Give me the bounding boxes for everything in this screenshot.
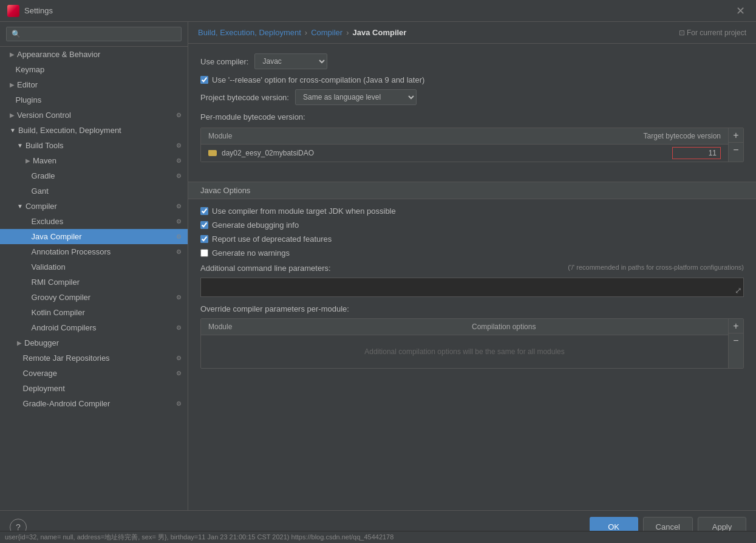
- javac-option-2: Report use of deprecated features: [200, 234, 744, 244]
- search-box: [0, 22, 188, 47]
- use-compiler-select[interactable]: Javac Eclipse Ajc: [254, 53, 327, 69]
- arrow-icon: [26, 294, 29, 301]
- sidebar-item-deployment[interactable]: Deployment: [0, 381, 188, 396]
- javac-checkbox-2[interactable]: [200, 235, 208, 243]
- sidebar-item-build-tools[interactable]: ▼ Build Tools ⚙: [0, 138, 188, 153]
- cmd-expand-button[interactable]: ⤢: [735, 285, 742, 295]
- sidebar-item-keymap[interactable]: Keymap: [0, 62, 188, 77]
- sidebar-item-build-execution[interactable]: ▼ Build, Execution, Deployment: [0, 123, 188, 138]
- javac-options-section: Use compiler from module target JDK when…: [188, 199, 756, 304]
- arrow-icon: ▶: [10, 51, 15, 58]
- sidebar-item-coverage[interactable]: Coverage ⚙: [0, 366, 188, 381]
- sidebar-item-label: RMI Compiler: [32, 278, 80, 287]
- target-version-input[interactable]: [672, 147, 721, 159]
- remove-override-button[interactable]: −: [729, 333, 743, 348]
- arrow-icon: [26, 324, 29, 331]
- cmd-input-area[interactable]: ⤢: [200, 278, 744, 297]
- arrow-icon: ▼: [10, 127, 16, 134]
- add-override-button[interactable]: +: [729, 319, 743, 333]
- sidebar-item-label: Annotation Processors: [32, 247, 111, 256]
- search-input[interactable]: [6, 27, 182, 41]
- javac-checkbox-0[interactable]: [200, 207, 208, 215]
- sidebar-item-label: Gant: [32, 186, 49, 196]
- arrow-icon: [10, 97, 13, 103]
- sidebar-item-gradle-android[interactable]: Gradle-Android Compiler ⚙: [0, 396, 188, 411]
- release-option-checkbox[interactable]: [200, 76, 208, 84]
- remove-module-button[interactable]: −: [729, 143, 743, 157]
- javac-option-1: Generate debugging info: [200, 220, 744, 230]
- add-module-button[interactable]: +: [729, 128, 743, 143]
- sidebar-item-gant[interactable]: Gant: [0, 183, 188, 199]
- sidebar-item-rmi-compiler[interactable]: RMI Compiler: [0, 275, 188, 290]
- sidebar-item-validation[interactable]: Validation: [0, 259, 188, 275]
- sidebar-item-label: Remote Jar Repositories: [23, 353, 110, 363]
- settings-icon: ⚙: [176, 112, 182, 118]
- sidebar-item-label: Java Compiler: [32, 232, 82, 241]
- sidebar-item-label: Plugins: [16, 95, 42, 104]
- arrow-icon: ▶: [17, 340, 22, 346]
- javac-checkbox-1[interactable]: [200, 221, 208, 229]
- sidebar-item-kotlin-compiler[interactable]: Kotlin Compiler: [0, 305, 188, 320]
- table-header: Module Target bytecode version: [201, 128, 728, 145]
- sidebar-item-label: Gradle: [32, 171, 55, 180]
- settings-icon: ⚙: [176, 400, 182, 407]
- module-cell: day02_eesy_02mybatsiDAO: [208, 149, 550, 157]
- breadcrumb-part-2: Compiler: [311, 28, 342, 37]
- sidebar-item-appearance[interactable]: ▶ Appearance & Behavior: [0, 47, 188, 62]
- sidebar-item-maven[interactable]: ▶ Maven ⚙: [0, 153, 188, 168]
- arrow-icon: ▶: [10, 81, 15, 88]
- sidebar-item-label: Compiler: [26, 202, 57, 211]
- override-module-col: Module: [201, 319, 465, 335]
- per-module-table: Module Target bytecode version day02_ees…: [200, 128, 744, 162]
- settings-icon: ⚙: [176, 203, 182, 210]
- sidebar-item-gradle[interactable]: Gradle ⚙: [0, 168, 188, 183]
- target-bytecode-col-header: Target bytecode version: [548, 128, 728, 144]
- sidebar-item-groovy-compiler[interactable]: Groovy Compiler ⚙: [0, 290, 188, 305]
- sidebar-item-label: Excludes: [32, 217, 64, 226]
- sidebar-item-plugins[interactable]: Plugins: [0, 92, 188, 108]
- arrow-icon: [17, 370, 21, 377]
- sidebar-item-label: Validation: [32, 262, 66, 272]
- settings-icon: ⚙: [176, 172, 182, 179]
- version-cell: [550, 147, 721, 159]
- sidebar-item-editor[interactable]: ▶ Editor: [0, 77, 188, 92]
- sidebar-item-label: Build Tools: [26, 141, 64, 150]
- arrow-icon: [10, 66, 13, 73]
- settings-icon: ⚙: [176, 157, 182, 164]
- arrow-icon: ▼: [17, 142, 23, 149]
- sidebar-item-excludes[interactable]: Excludes ⚙: [0, 214, 188, 229]
- sidebar-item-remote-jar[interactable]: Remote Jar Repositories ⚙: [0, 350, 188, 366]
- breadcrumb-sep: ›: [305, 28, 307, 37]
- sidebar: ▶ Appearance & Behavior Keymap ▶ Editor …: [0, 22, 188, 510]
- sidebar-item-annotation-processors[interactable]: Annotation Processors ⚙: [0, 244, 188, 259]
- sidebar-item-label: Build, Execution, Deployment: [18, 126, 121, 135]
- sidebar-item-java-compiler[interactable]: Java Compiler ⚙: [0, 229, 188, 244]
- javac-checkbox-3[interactable]: [200, 249, 208, 257]
- settings-icon: ⚙: [176, 294, 182, 301]
- override-action-buttons: + −: [728, 319, 743, 368]
- arrow-icon: [17, 400, 21, 407]
- use-compiler-section: Use compiler: Javac Eclipse Ajc Use '--r…: [188, 44, 756, 182]
- main-content: Build, Execution, Deployment › Compiler …: [188, 22, 756, 510]
- use-compiler-label: Use compiler:: [200, 57, 248, 66]
- project-bytecode-select[interactable]: Same as language level: [295, 89, 417, 105]
- javac-label-0: Use compiler from module target JDK when…: [212, 207, 396, 216]
- sidebar-item-debugger[interactable]: ▶ Debugger: [0, 335, 188, 350]
- sidebar-item-label: Gradle-Android Compiler: [23, 399, 111, 408]
- title-bar: Settings ✕: [0, 0, 756, 22]
- arrow-icon: [17, 355, 21, 361]
- close-button[interactable]: ✕: [732, 3, 749, 19]
- sidebar-item-version-control[interactable]: ▶ Version Control ⚙: [0, 108, 188, 123]
- module-name: day02_eesy_02mybatsiDAO: [222, 149, 314, 157]
- sidebar-item-label: Groovy Compiler: [32, 293, 91, 302]
- project-bytecode-label: Project bytecode version:: [200, 93, 289, 102]
- arrow-icon: [26, 279, 29, 285]
- sidebar-item-android-compilers[interactable]: Android Compilers ⚙: [0, 320, 188, 335]
- settings-icon: ⚙: [176, 370, 182, 377]
- per-module-section: Per-module bytecode version: Module Targ…: [200, 112, 744, 162]
- dialog-body: ▶ Appearance & Behavior Keymap ▶ Editor …: [0, 22, 756, 510]
- for-current-project: ⊡ For current project: [679, 29, 746, 37]
- arrow-icon: [26, 172, 29, 179]
- status-text: user{id=32, name= null, address=地址待完善, s…: [5, 533, 393, 542]
- sidebar-item-compiler[interactable]: ▼ Compiler ⚙: [0, 199, 188, 214]
